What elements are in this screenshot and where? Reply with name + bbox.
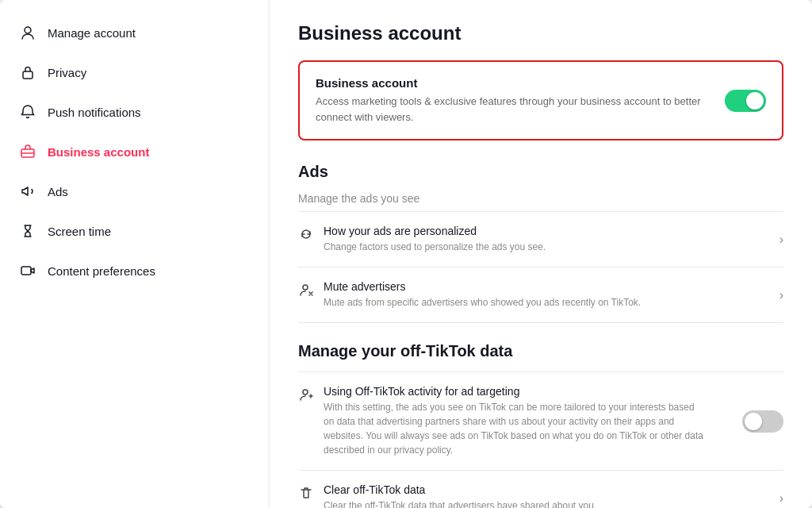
svg-rect-1	[23, 71, 33, 79]
off-tiktok-section: Manage your off-TikTok data Us	[298, 342, 783, 508]
ads-section: Ads Manage the ads you see	[298, 163, 783, 323]
off-tiktok-section-title: Manage your off-TikTok data	[298, 342, 783, 360]
sidebar-label-business-account: Business account	[48, 145, 149, 159]
lock-icon	[19, 64, 36, 81]
megaphone-icon	[19, 183, 36, 200]
main-content: Business account Business account Access…	[270, 0, 812, 508]
off-tiktok-settings-list: Using Off-TikTok activity for ad targeti…	[298, 371, 783, 508]
sidebar-item-ads[interactable]: Ads	[0, 171, 269, 211]
sidebar-item-manage-account[interactable]: Manage account	[0, 13, 269, 52]
svg-point-5	[303, 285, 308, 290]
svg-point-6	[303, 390, 308, 394]
mute-advertisers-title: Mute advertisers	[324, 280, 641, 293]
video-icon	[19, 262, 36, 279]
svg-point-0	[25, 27, 31, 33]
clear-off-tiktok-item[interactable]: Clear off-TikTok data Clear the off-TikT…	[298, 471, 783, 508]
clear-off-tiktok-desc: Clear the off-TikTok data that advertise…	[324, 498, 596, 508]
sidebar-item-content-preferences[interactable]: Content preferences	[0, 251, 269, 291]
sidebar-item-business-account[interactable]: Business account	[0, 132, 269, 171]
sidebar-label-push-notifications: Push notifications	[48, 106, 141, 119]
off-tiktok-activity-item[interactable]: Using Off-TikTok activity for ad targeti…	[298, 372, 783, 471]
personalized-ads-title: How your ads are personalized	[324, 225, 546, 237]
manage-ads-subtitle: Manage the ads you see	[298, 192, 783, 205]
ads-section-title: Ads	[298, 163, 783, 181]
svg-rect-4	[21, 267, 31, 275]
mute-user-icon	[298, 282, 314, 298]
sidebar-item-screen-time[interactable]: Screen time	[0, 211, 269, 251]
business-card-description: Access marketing tools & exclusive featu…	[316, 94, 712, 125]
off-tiktok-activity-toggle[interactable]	[742, 410, 783, 433]
personalized-ads-desc: Change factors used to personalize the a…	[324, 240, 546, 254]
chevron-right-icon: ›	[779, 288, 783, 302]
ads-settings-list: How your ads are personalized Change fac…	[298, 211, 783, 323]
person-data-icon	[298, 387, 314, 402]
briefcase-icon	[19, 143, 36, 160]
refresh-icon	[298, 226, 314, 242]
sidebar-label-content-preferences: Content preferences	[48, 264, 155, 278]
business-account-card: Business account Access marketing tools …	[298, 60, 783, 140]
business-card-text: Business account Access marketing tools …	[316, 76, 712, 125]
trash-icon	[298, 485, 314, 501]
app-container: Manage account Privacy Push notification…	[0, 0, 812, 508]
mute-advertisers-desc: Mute ads from specific advertisers who s…	[324, 295, 641, 310]
sidebar-item-privacy[interactable]: Privacy	[0, 52, 269, 92]
off-tiktok-activity-desc: With this setting, the ads you see on Ti…	[324, 400, 704, 457]
sidebar-label-manage-account: Manage account	[48, 26, 136, 40]
mute-advertisers-item[interactable]: Mute advertisers Mute ads from specific …	[298, 267, 783, 323]
clear-off-tiktok-title: Clear off-TikTok data	[324, 483, 596, 496]
sidebar: Manage account Privacy Push notification…	[0, 0, 270, 508]
hourglass-icon	[19, 222, 36, 240]
chevron-right-icon: ›	[779, 233, 783, 247]
sidebar-label-privacy: Privacy	[48, 66, 86, 79]
personalized-ads-item[interactable]: How your ads are personalized Change fac…	[298, 212, 783, 267]
bell-icon	[19, 103, 36, 121]
business-account-toggle[interactable]	[725, 90, 766, 112]
sidebar-item-push-notifications[interactable]: Push notifications	[0, 92, 269, 132]
sidebar-label-screen-time: Screen time	[48, 225, 111, 238]
user-icon	[19, 24, 36, 41]
sidebar-label-ads: Ads	[48, 185, 68, 198]
business-card-title: Business account	[316, 76, 712, 90]
page-title: Business account	[298, 22, 783, 44]
off-tiktok-activity-title: Using Off-TikTok activity for ad targeti…	[324, 385, 704, 398]
chevron-right-icon: ›	[779, 491, 783, 506]
